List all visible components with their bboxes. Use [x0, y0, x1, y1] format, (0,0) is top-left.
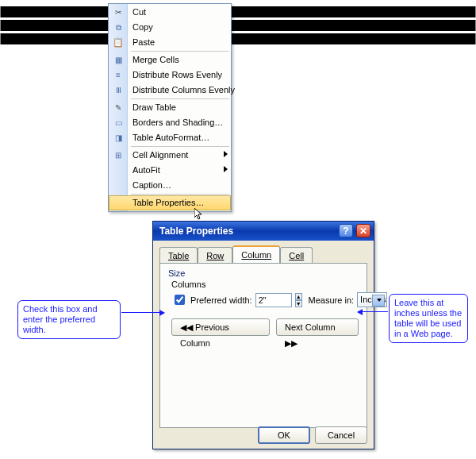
menu-item-caption[interactable]: Caption…: [109, 178, 231, 193]
distribute-rows-icon: [112, 69, 125, 81]
menu-item-paste[interactable]: Paste: [109, 35, 231, 50]
measure-in-value: Inches: [360, 295, 386, 304]
menu-item-label: Copy: [132, 22, 153, 32]
cancel-button[interactable]: Cancel: [315, 426, 367, 444]
tab-table[interactable]: Table: [159, 247, 198, 263]
tabs: Table Row Column Cell: [159, 245, 367, 263]
menu-item-distribute-rows[interactable]: Distribute Rows Evenly: [109, 68, 231, 83]
callout-preferred-width: Check this box and enter the preferred w…: [17, 300, 121, 339]
merge-cells-icon: [112, 54, 125, 66]
copy-icon: [112, 21, 125, 33]
preferred-width-spinner[interactable]: ▲▼: [295, 293, 302, 307]
menu-separator: [131, 146, 229, 147]
table-properties-dialog: Table Properties ? ✕ Table Row Column Ce…: [152, 221, 374, 449]
menu-item-label: Merge Cells: [132, 55, 179, 64]
preferred-width-input[interactable]: [255, 293, 292, 307]
menu-item-label: AutoFit: [132, 165, 160, 175]
preferred-width-label: Preferred width:: [190, 295, 252, 305]
help-button[interactable]: ?: [339, 224, 353, 237]
menu-item-label: Borders and Shading…: [132, 118, 223, 127]
tab-row[interactable]: Row: [198, 247, 232, 263]
previous-column-button[interactable]: ◀◀ Previous Column: [171, 318, 270, 336]
menu-item-label: Distribute Rows Evenly: [132, 70, 222, 79]
menu-item-merge-cells[interactable]: Merge Cells: [109, 52, 231, 68]
menu-item-label: Cut: [132, 7, 146, 17]
dialog-title: Table Properties: [159, 226, 233, 237]
measure-in-label: Measure in:: [309, 295, 354, 305]
tab-column[interactable]: Column: [232, 245, 280, 263]
menu-item-cut[interactable]: Cut: [109, 5, 231, 20]
chevron-right-icon: [224, 151, 228, 157]
cut-icon: [112, 6, 125, 18]
next-column-button[interactable]: Next Column ▶▶: [276, 318, 359, 336]
autoformat-icon: [112, 132, 125, 144]
menu-item-label: Draw Table: [132, 102, 176, 112]
size-heading: Size: [168, 268, 359, 278]
callout-measure-in: Leave this at inches unless the table wi…: [389, 294, 468, 343]
preferred-width-checkbox[interactable]: [175, 295, 185, 305]
menu-item-label: Distribute Columns Evenly: [132, 85, 235, 94]
menu-item-table-properties[interactable]: Table Properties…: [109, 195, 231, 210]
menu-item-cell-alignment[interactable]: Cell Alignment: [109, 148, 231, 163]
chevron-down-icon: [377, 299, 382, 302]
menu-separator: [131, 194, 229, 195]
callout-arrow-icon: [358, 311, 388, 312]
table-row: [0, 20, 476, 31]
tab-cell[interactable]: Cell: [280, 247, 313, 263]
menu-item-distribute-cols[interactable]: Distribute Columns Evenly: [109, 83, 231, 98]
borders-icon: [112, 117, 125, 129]
paste-icon: [112, 37, 125, 48]
cell-alignment-icon: [112, 149, 125, 161]
context-menu: Cut Copy Paste Merge Cells Distribute Ro…: [108, 3, 232, 212]
menu-item-autofit[interactable]: AutoFit: [109, 163, 231, 178]
menu-item-draw-table[interactable]: Draw Table: [109, 100, 231, 115]
menu-item-label: Paste: [132, 37, 155, 47]
table-row: [0, 6, 476, 17]
menu-separator: [131, 98, 229, 99]
callout-arrow-icon: [121, 312, 164, 313]
menu-item-borders-shading[interactable]: Borders and Shading…: [109, 115, 231, 130]
distribute-cols-icon: [112, 84, 125, 96]
menu-separator: [131, 51, 229, 52]
menu-item-label: Caption…: [132, 180, 171, 190]
table-rows-background: [0, 6, 476, 47]
menu-item-label: Cell Alignment: [132, 150, 188, 160]
draw-table-icon: [112, 102, 125, 114]
chevron-right-icon: [224, 166, 228, 172]
tab-panel-column: Size Columns Preferred width: ▲▼ Measure…: [159, 263, 367, 428]
menu-item-label: Table Properties…: [132, 198, 205, 207]
menu-item-label: Table AutoFormat…: [132, 133, 209, 142]
close-button[interactable]: ✕: [356, 224, 370, 237]
columns-label: Columns: [171, 280, 359, 289]
table-row: [0, 33, 476, 44]
dialog-titlebar[interactable]: Table Properties ? ✕: [153, 222, 374, 241]
ok-button[interactable]: OK: [258, 426, 310, 444]
menu-item-copy[interactable]: Copy: [109, 20, 231, 35]
menu-item-table-autoformat[interactable]: Table AutoFormat…: [109, 130, 231, 145]
measure-in-select[interactable]: Inches: [357, 292, 386, 307]
